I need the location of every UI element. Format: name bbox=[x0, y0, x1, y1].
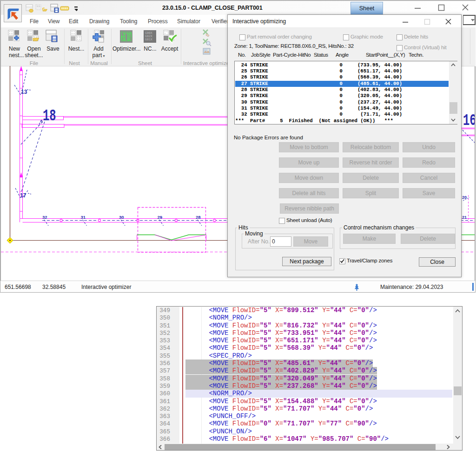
svg-text:29: 29 bbox=[158, 215, 163, 220]
svg-text:17: 17 bbox=[20, 192, 26, 199]
svg-text:18: 18 bbox=[43, 107, 56, 125]
svg-text:30: 30 bbox=[119, 215, 124, 220]
svg-text:31: 31 bbox=[81, 215, 86, 220]
svg-text:28: 28 bbox=[196, 215, 201, 220]
svg-text:32: 32 bbox=[42, 215, 47, 220]
svg-text:21: 21 bbox=[462, 215, 467, 220]
svg-text:16: 16 bbox=[463, 111, 475, 130]
